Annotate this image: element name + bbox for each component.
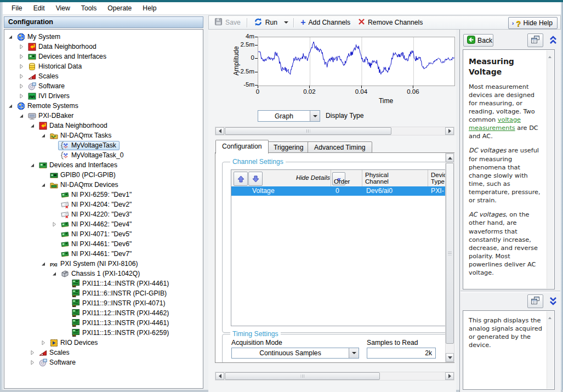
- tree-item[interactable]: NI-DAQmx Devices: [4, 180, 203, 190]
- tree-item-content[interactable]: PXIPXI11::9::INSTR (PXI-4071): [69, 299, 169, 308]
- tree-item[interactable]: PXIPXI11::15::INSTR (PXI-6259): [4, 328, 203, 338]
- move-down-button[interactable]: [248, 172, 263, 186]
- tree-item-content[interactable]: PXIPXI11::6::INSTR (PCI-GPIB): [69, 289, 170, 298]
- config-tree[interactable]: My SystemData NeighborhoodDevices and In…: [4, 29, 203, 389]
- tree-item[interactable]: NI PXI-4220: "Dev3": [4, 209, 203, 219]
- display-type-select[interactable]: Graph: [258, 110, 320, 122]
- tree-item[interactable]: PXIPXI11::14::INSTR (PXI-4461): [4, 279, 203, 288]
- expander-open-icon[interactable]: [39, 181, 47, 189]
- tree-item-content[interactable]: GPIB0 (PCI-GPIB): [47, 171, 119, 180]
- tree-item-content[interactable]: NI-DAQmx Tasks: [47, 131, 115, 140]
- back-button[interactable]: Back: [463, 34, 493, 47]
- move-up-button[interactable]: [234, 172, 248, 186]
- tree-item-content[interactable]: NI PXI-4461: "Dev7": [58, 249, 135, 259]
- collapse-caption-button[interactable]: [547, 296, 559, 308]
- tab-configuration[interactable]: Configuration: [215, 140, 269, 154]
- tree-item-content[interactable]: Scales: [36, 348, 73, 357]
- tree-item-content[interactable]: MyVoltageTask_0: [58, 151, 127, 160]
- scroll-down-button[interactable]: [446, 353, 454, 362]
- expander-closed-icon[interactable]: [18, 72, 25, 80]
- tree-item-content[interactable]: NI PXI-4071: "Dev5": [58, 230, 135, 239]
- expander-open-icon[interactable]: [7, 33, 14, 41]
- run-button[interactable]: Run: [250, 16, 281, 29]
- expander-open-icon[interactable]: [18, 112, 25, 120]
- tree-item-content[interactable]: Scales: [25, 72, 62, 81]
- tree-item-content[interactable]: IVIIVI Drivers: [25, 92, 73, 101]
- tree-item-content[interactable]: PXIPXI11::12::INSTR (PXI-4462): [69, 309, 172, 318]
- tree-item[interactable]: NI PXI-4461: "Dev7": [4, 249, 203, 259]
- tree-item-selected[interactable]: MyVoltageTask: [58, 141, 120, 150]
- tree-item[interactable]: PXIPXI System (NI PXI-8106): [4, 259, 203, 269]
- tree-item-content[interactable]: My System: [14, 32, 64, 42]
- tree-item-content[interactable]: PXIPXI11::13::INSTR (PXI-4461): [69, 319, 172, 328]
- tree-item-content[interactable]: PXI-DBaker: [25, 111, 77, 121]
- expander-closed-icon[interactable]: [18, 82, 25, 90]
- tree-item[interactable]: PXI-DBaker: [4, 111, 203, 121]
- tree-item[interactable]: Data Neighborhood: [4, 42, 203, 52]
- acquisition-mode-select[interactable]: Continuous Samples: [231, 348, 359, 359]
- run-dropdown-button[interactable]: [281, 16, 291, 29]
- tree-item[interactable]: Historical Data: [4, 61, 203, 71]
- show-caption-in-window-button[interactable]: [527, 294, 543, 308]
- tab-advanced-timing[interactable]: Advanced Timing: [308, 141, 372, 153]
- tree-item[interactable]: GPIB0 (PCI-GPIB): [4, 170, 203, 180]
- tree-item[interactable]: NI PXI-4071: "Dev5": [4, 229, 203, 239]
- tree-item[interactable]: Scales: [4, 71, 203, 81]
- tree-item[interactable]: Scales: [4, 348, 203, 357]
- help-scrollbar[interactable]: [547, 50, 554, 288]
- expander-closed-icon[interactable]: [50, 220, 58, 228]
- tree-item-content[interactable]: PXIPXI11::15::INSTR (PXI-6259): [69, 328, 172, 338]
- tree-item-content[interactable]: Remote Systems: [14, 101, 82, 111]
- expander-open-icon[interactable]: [29, 122, 36, 129]
- expander-closed-icon[interactable]: [29, 349, 36, 356]
- help-panel-splitter[interactable]: [460, 291, 560, 293]
- tree-item-content[interactable]: Devices and Interfaces: [36, 161, 121, 170]
- tree-item-content[interactable]: NI PXI-6259: "Dev1": [58, 190, 135, 200]
- tree-item-content[interactable]: Devices and Interfaces: [25, 52, 110, 61]
- tree-item[interactable]: IVIIVI Drivers: [4, 91, 203, 101]
- show-help-in-window-button[interactable]: [527, 33, 543, 47]
- tree-item-content[interactable]: PXIPXI System (NI PXI-8106): [47, 259, 141, 269]
- expander-closed-icon[interactable]: [18, 63, 25, 70]
- bottom-horizontal-scrollbar[interactable]: [215, 372, 454, 380]
- tree-item[interactable]: NI-DAQmx Tasks: [4, 130, 203, 140]
- waveform-graph[interactable]: [258, 37, 455, 86]
- expander-closed-icon[interactable]: [18, 92, 25, 100]
- scrollbar-thumb[interactable]: [225, 372, 380, 380]
- collapse-help-button[interactable]: [547, 35, 559, 47]
- tree-item[interactable]: PXIPXI11::12::INSTR (PXI-4462): [4, 308, 203, 318]
- tree-item[interactable]: Devices and Interfaces: [4, 52, 203, 61]
- tree-item[interactable]: NI PXI-4462: "Dev4": [4, 219, 203, 229]
- tree-item-content[interactable]: Chassis 1 (PXI-1042Q): [58, 269, 143, 279]
- expander-open-icon[interactable]: [29, 161, 36, 169]
- expander-open-icon[interactable]: [50, 270, 58, 277]
- menu-item-tools[interactable]: Tools: [76, 3, 102, 14]
- tree-item[interactable]: NI PXI-4204: "Dev2": [4, 200, 203, 209]
- tree-item[interactable]: NI PXI-4461: "Dev6": [4, 239, 203, 249]
- tree-item-content[interactable]: RIO Devices: [47, 338, 101, 348]
- tree-item[interactable]: MyVoltageTask_0: [4, 150, 203, 160]
- tree-item[interactable]: Devices and Interfaces: [4, 160, 203, 170]
- tree-item[interactable]: NI PXI-6259: "Dev1": [4, 190, 203, 200]
- scrollbar-thumb[interactable]: [225, 127, 391, 135]
- tab-vertical-scrollbar[interactable]: [445, 153, 454, 362]
- combo-dropdown-button[interactable]: [349, 348, 359, 358]
- expander-open-icon[interactable]: [39, 260, 47, 268]
- tree-item-content[interactable]: PXIPXI11::14::INSTR (PXI-4461): [69, 279, 172, 288]
- scroll-up-button[interactable]: [548, 313, 551, 321]
- expander-closed-icon[interactable]: [18, 53, 25, 60]
- menu-item-operate[interactable]: Operate: [102, 3, 137, 14]
- menu-item-file[interactable]: File: [6, 3, 28, 14]
- tree-item-content[interactable]: NI PXI-4204: "Dev2": [58, 200, 135, 209]
- tree-item[interactable]: PXIPXI11::9::INSTR (PXI-4071): [4, 298, 203, 308]
- expander-closed-icon[interactable]: [18, 43, 25, 50]
- tree-item[interactable]: Software: [4, 357, 203, 367]
- scrollbar-thumb[interactable]: [446, 163, 454, 344]
- expander-open-icon[interactable]: [39, 132, 47, 139]
- tree-item-content[interactable]: Historical Data: [25, 62, 85, 71]
- tab-triggering[interactable]: Triggering: [267, 141, 310, 153]
- tree-item[interactable]: PXIPXI11::13::INSTR (PXI-4461): [4, 318, 203, 328]
- scroll-right-button[interactable]: [445, 127, 454, 135]
- samples-to-read-input[interactable]: 2k: [367, 348, 436, 359]
- tree-item-content[interactable]: NI PXI-4461: "Dev6": [58, 240, 135, 249]
